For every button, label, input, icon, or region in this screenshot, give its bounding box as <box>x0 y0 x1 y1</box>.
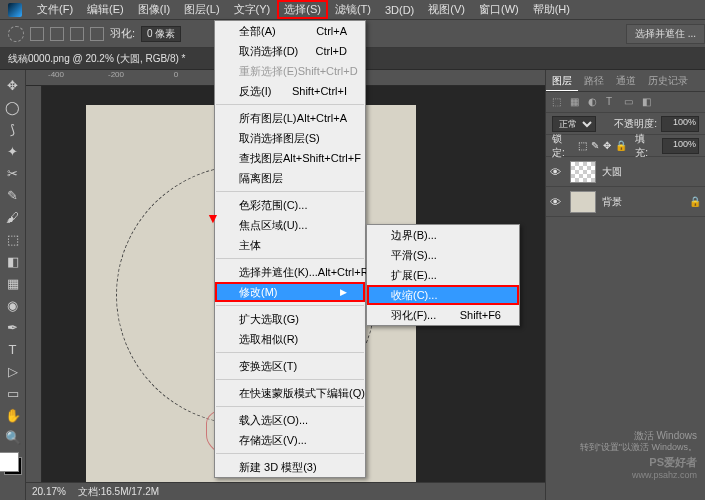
right-panels: 图层 路径 通道 历史记录 ⬚ ▦ ◐ T ▭ ◧ 正常 不透明度: 100% … <box>545 70 705 500</box>
status-bar: 20.17% 文档:16.5M/17.2M <box>26 482 545 500</box>
feather-label: 羽化: <box>110 26 135 41</box>
menu-view[interactable]: 视图(V) <box>421 0 472 19</box>
menu-edit[interactable]: 编辑(E) <box>80 0 131 19</box>
menu-layer[interactable]: 图层(L) <box>177 0 226 19</box>
menu-item[interactable]: 扩展(E)... <box>367 265 519 285</box>
blend-mode-select[interactable]: 正常 <box>552 116 596 132</box>
menu-item[interactable]: 平滑(S)... <box>367 245 519 265</box>
menu-item[interactable]: 边界(B)... <box>367 225 519 245</box>
menu-item[interactable]: 载入选区(O)... <box>215 410 365 430</box>
menu-item[interactable]: 选择并遮住(K)...Alt+Ctrl+R <box>215 262 365 282</box>
layer-thumbnail[interactable] <box>570 161 596 183</box>
tools-panel: ✥ ◯ ⟆ ✦ ✂ ✎ 🖌 ⬚ ◧ ▦ ◉ ✒ T ▷ ▭ ✋ 🔍 <box>0 70 26 500</box>
selection-tool-icon[interactable] <box>8 26 24 42</box>
zoom-level[interactable]: 20.17% <box>32 486 66 497</box>
opacity-label: 不透明度: <box>614 117 657 131</box>
menu-item[interactable]: 取消选择(D)Ctrl+D <box>215 41 365 61</box>
menu-item[interactable]: 取消选择图层(S) <box>215 128 365 148</box>
menu-item[interactable]: 变换选区(T) <box>215 356 365 376</box>
shape-tool-icon[interactable]: ▭ <box>2 383 24 403</box>
visibility-icon[interactable]: 👁 <box>550 196 564 208</box>
eyedropper-tool-icon[interactable]: ✎ <box>2 185 24 205</box>
fill-value[interactable]: 100% <box>662 138 699 154</box>
filter-type-icon[interactable]: T <box>606 96 618 108</box>
menu-text[interactable]: 文字(Y) <box>227 0 278 19</box>
menu-item[interactable]: 羽化(F)...Shift+F6 <box>367 305 519 325</box>
lock-icon: 🔒 <box>689 196 701 207</box>
brush-tool-icon[interactable]: 🖌 <box>2 207 24 227</box>
lock-pixel-icon[interactable]: ✎ <box>591 140 599 151</box>
menu-item[interactable]: 新建 3D 模型(3) <box>215 457 365 477</box>
menu-item[interactable]: 主体 <box>215 235 365 255</box>
layer-row[interactable]: 👁 背景 🔒 <box>546 187 705 217</box>
pen-tool-icon[interactable]: ✒ <box>2 317 24 337</box>
menu-select[interactable]: 选择(S) <box>277 0 328 19</box>
menu-item[interactable]: 重新选择(E)Shift+Ctrl+D <box>215 61 365 81</box>
lock-icon[interactable]: ⬚ <box>578 140 587 151</box>
crop-tool-icon[interactable]: ✂ <box>2 163 24 183</box>
menu-item[interactable]: 存储选区(V)... <box>215 430 365 450</box>
menu-item[interactable]: 色彩范围(C)... <box>215 195 365 215</box>
layer-name[interactable]: 大圆 <box>602 165 622 179</box>
panel-tabs: 图层 路径 通道 历史记录 <box>546 70 705 92</box>
eraser-tool-icon[interactable]: ◧ <box>2 251 24 271</box>
tab-history[interactable]: 历史记录 <box>642 70 694 91</box>
menu-window[interactable]: 窗口(W) <box>472 0 526 19</box>
menu-file[interactable]: 文件(F) <box>30 0 80 19</box>
selection-mode-new[interactable] <box>30 27 44 41</box>
lock-pos-icon[interactable]: ✥ <box>603 140 611 151</box>
visibility-icon[interactable]: 👁 <box>550 166 564 178</box>
menu-item[interactable]: 全部(A)Ctrl+A <box>215 21 365 41</box>
path-tool-icon[interactable]: ▷ <box>2 361 24 381</box>
site-watermark: PS爱好者 www.psahz.com <box>632 455 697 480</box>
move-tool-icon[interactable]: ✥ <box>2 75 24 95</box>
lock-label: 锁定: <box>552 132 574 160</box>
layer-name[interactable]: 背景 <box>602 195 622 209</box>
layer-row[interactable]: 👁 大圆 <box>546 157 705 187</box>
menu-item[interactable]: 修改(M)▶ <box>215 282 365 302</box>
tab-channels[interactable]: 通道 <box>610 70 642 91</box>
annotation-arrow: ▼ <box>206 210 220 226</box>
marquee-tool-icon[interactable]: ◯ <box>2 97 24 117</box>
menu-item[interactable]: 反选(I)Shift+Ctrl+I <box>215 81 365 101</box>
feather-input[interactable] <box>141 26 181 42</box>
color-swatch[interactable] <box>2 456 24 476</box>
layer-thumbnail[interactable] <box>570 191 596 213</box>
menu-item[interactable]: 扩大选取(G) <box>215 309 365 329</box>
menu-filter[interactable]: 滤镜(T) <box>328 0 378 19</box>
menu-help[interactable]: 帮助(H) <box>526 0 577 19</box>
lock-all-icon[interactable]: 🔒 <box>615 140 627 151</box>
blur-tool-icon[interactable]: ◉ <box>2 295 24 315</box>
menu-item[interactable]: 隔离图层 <box>215 168 365 188</box>
selection-mode-int[interactable] <box>90 27 104 41</box>
lasso-tool-icon[interactable]: ⟆ <box>2 119 24 139</box>
filter-pixel-icon[interactable]: ▦ <box>570 96 582 108</box>
doc-size: 文档:16.5M/17.2M <box>78 485 159 499</box>
filter-smart-icon[interactable]: ◧ <box>642 96 654 108</box>
menu-item[interactable]: 所有图层(L)Alt+Ctrl+A <box>215 108 365 128</box>
select-dropdown: 全部(A)Ctrl+A取消选择(D)Ctrl+D重新选择(E)Shift+Ctr… <box>214 20 366 478</box>
selection-mode-sub[interactable] <box>70 27 84 41</box>
filter-kind-icon[interactable]: ⬚ <box>552 96 564 108</box>
type-tool-icon[interactable]: T <box>2 339 24 359</box>
wand-tool-icon[interactable]: ✦ <box>2 141 24 161</box>
opacity-value[interactable]: 100% <box>661 116 699 132</box>
tab-layers[interactable]: 图层 <box>546 70 578 91</box>
filter-shape-icon[interactable]: ▭ <box>624 96 636 108</box>
tab-paths[interactable]: 路径 <box>578 70 610 91</box>
stamp-tool-icon[interactable]: ⬚ <box>2 229 24 249</box>
menu-item[interactable]: 焦点区域(U)... <box>215 215 365 235</box>
select-and-mask-button[interactable]: 选择并遮住 ... <box>626 24 705 44</box>
menu-image[interactable]: 图像(I) <box>131 0 177 19</box>
hand-tool-icon[interactable]: ✋ <box>2 405 24 425</box>
filter-adjust-icon[interactable]: ◐ <box>588 96 600 108</box>
menu-item[interactable]: 选取相似(R) <box>215 329 365 349</box>
gradient-tool-icon[interactable]: ▦ <box>2 273 24 293</box>
menu-item[interactable]: 在快速蒙版模式下编辑(Q) <box>215 383 365 403</box>
menubar: 文件(F) 编辑(E) 图像(I) 图层(L) 文字(Y) 选择(S) 滤镜(T… <box>0 0 705 20</box>
menu-3d[interactable]: 3D(D) <box>378 2 421 18</box>
menu-item[interactable]: 收缩(C)... <box>367 285 519 305</box>
selection-mode-add[interactable] <box>50 27 64 41</box>
menu-item[interactable]: 查找图层Alt+Shift+Ctrl+F <box>215 148 365 168</box>
zoom-tool-icon[interactable]: 🔍 <box>2 427 24 447</box>
